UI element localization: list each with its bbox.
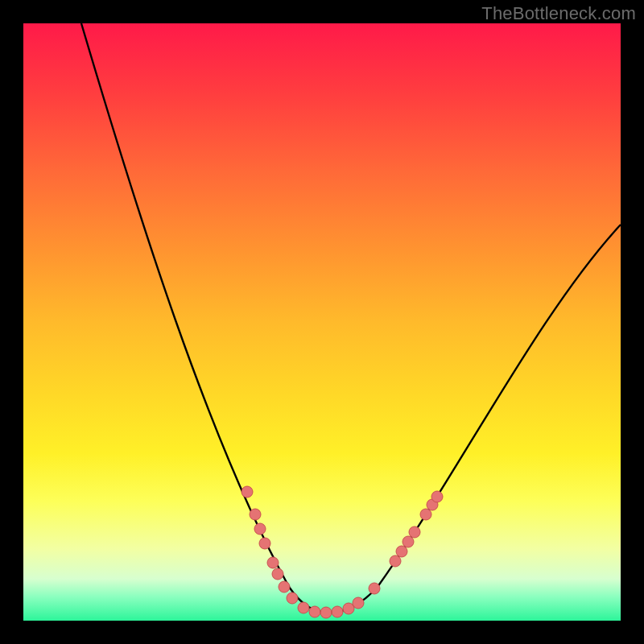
data-dot [332,606,343,617]
data-dot [298,602,309,613]
bottleneck-curve [81,23,621,613]
data-dot [287,592,298,604]
data-dot [369,583,380,594]
data-dot [272,568,283,580]
data-dot [431,491,443,502]
data-dot [320,607,332,618]
data-dot [402,536,414,547]
watermark-text: TheBottleneck.com [481,3,636,24]
data-dot [390,555,401,567]
data-dot [250,509,261,520]
data-dot [254,523,266,535]
data-dot [309,606,320,617]
data-dot [409,526,420,538]
data-dot [353,597,364,609]
data-dot [420,509,431,520]
plot-area [23,23,621,621]
data-dot [279,581,290,592]
data-dot [396,546,407,557]
data-dot [259,538,270,549]
chart-frame: TheBottleneck.com [0,0,644,644]
data-dot [242,486,253,497]
curve-layer [23,23,621,621]
data-dot [267,557,279,568]
